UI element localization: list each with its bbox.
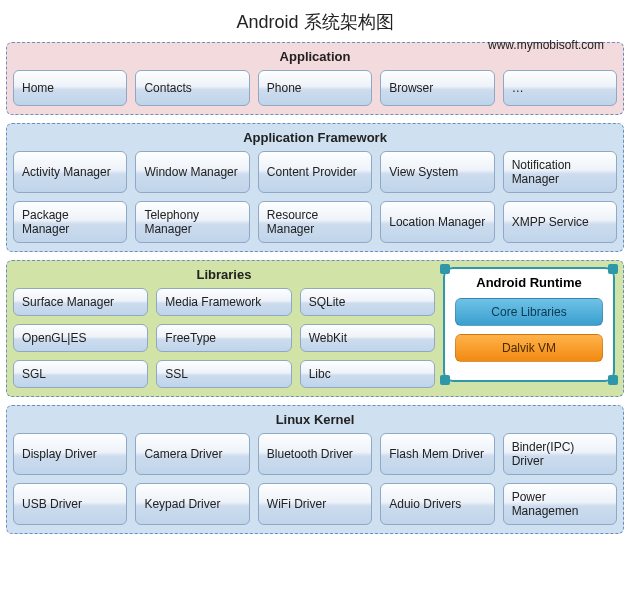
layer-title-framework: Application Framework [13, 128, 617, 151]
app-more: … [503, 70, 617, 106]
kernel-power-management: Power Managemen [503, 483, 617, 525]
lib-libc: Libc [300, 360, 435, 388]
kernel-bluetooth-driver: Bluetooth Driver [258, 433, 372, 475]
attribution-url: www.mymobisoft.com [488, 38, 604, 52]
lib-opengles: OpenGL|ES [13, 324, 148, 352]
fw-window-manager: Window Manager [135, 151, 249, 193]
fw-resource-manager: Resource Manager [258, 201, 372, 243]
kernel-audio-drivers: Aduio Drivers [380, 483, 494, 525]
diagram-title: Android 系统架构图 [6, 10, 624, 34]
layer-title-libraries: Libraries [13, 265, 435, 288]
kernel-usb-driver: USB Driver [13, 483, 127, 525]
kernel-keypad-driver: Keypad Driver [135, 483, 249, 525]
kernel-flash-mem-driver: Flash Mem Driver [380, 433, 494, 475]
fw-location-manager: Location Manager [380, 201, 494, 243]
lib-webkit: WebKit [300, 324, 435, 352]
layer-application: Application Home Contacts Phone Browser … [6, 42, 624, 115]
lib-media-framework: Media Framework [156, 288, 291, 316]
fw-view-system: View System [380, 151, 494, 193]
fw-activity-manager: Activity Manager [13, 151, 127, 193]
runtime-core-libraries: Core Libraries [455, 298, 603, 326]
lib-sgl: SGL [13, 360, 148, 388]
kernel-wifi-driver: WiFi Driver [258, 483, 372, 525]
fw-xmpp-service: XMPP Service [503, 201, 617, 243]
kernel-display-driver: Display Driver [13, 433, 127, 475]
android-runtime-box: Android Runtime Core Libraries Dalvik VM [443, 267, 615, 382]
fw-telephony-manager: Telephony Manager [135, 201, 249, 243]
lib-freetype: FreeType [156, 324, 291, 352]
app-contacts: Contacts [135, 70, 249, 106]
kernel-binder-ipc-driver: Binder(IPC) Driver [503, 433, 617, 475]
libraries-group: Libraries Surface Manager Media Framewor… [13, 265, 435, 388]
layer-application-framework: Application Framework Activity Manager W… [6, 123, 624, 252]
layer-linux-kernel: Linux Kernel Display Driver Camera Drive… [6, 405, 624, 534]
lib-sqlite: SQLite [300, 288, 435, 316]
kernel-camera-driver: Camera Driver [135, 433, 249, 475]
lib-surface-manager: Surface Manager [13, 288, 148, 316]
lib-ssl: SSL [156, 360, 291, 388]
runtime-title: Android Runtime [455, 275, 603, 290]
layer-title-kernel: Linux Kernel [13, 410, 617, 433]
fw-package-manager: Package Manager [13, 201, 127, 243]
fw-notification-manager: Notification Manager [503, 151, 617, 193]
runtime-dalvik-vm: Dalvik VM [455, 334, 603, 362]
layer-libraries-runtime: Libraries Surface Manager Media Framewor… [6, 260, 624, 397]
app-phone: Phone [258, 70, 372, 106]
fw-content-provider: Content Provider [258, 151, 372, 193]
app-browser: Browser [380, 70, 494, 106]
app-home: Home [13, 70, 127, 106]
